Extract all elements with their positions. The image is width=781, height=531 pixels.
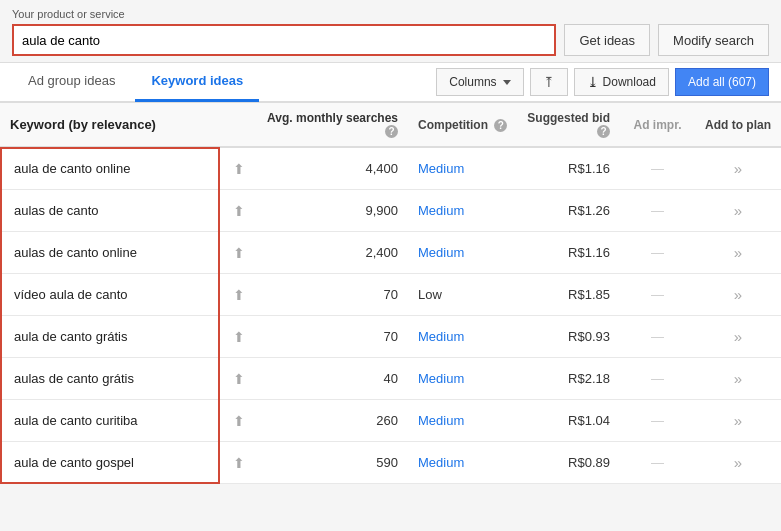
toolbar-right: Columns ⤒ ⤓ Download Add all (607) bbox=[436, 68, 769, 96]
competition-cell: Low bbox=[408, 274, 517, 316]
search-row: Get ideas Modify search bbox=[12, 24, 769, 56]
competition-cell: Medium bbox=[408, 316, 517, 358]
bid-cell: R$1.04 bbox=[517, 400, 620, 442]
competition-help-icon[interactable]: ? bbox=[494, 119, 507, 132]
columns-label: Columns bbox=[449, 75, 496, 89]
trend-cell[interactable]: ⬆ bbox=[220, 442, 257, 484]
add-to-plan-button[interactable]: » bbox=[728, 368, 748, 389]
search-input[interactable] bbox=[12, 24, 556, 56]
keyword-cell: aula de canto curitiba bbox=[0, 400, 220, 442]
keyword-cell: aulas de canto grátis bbox=[0, 358, 220, 400]
adimpr-cell: — bbox=[620, 190, 695, 232]
competition-cell: Medium bbox=[408, 442, 517, 484]
col-header-avg-monthly: Avg. monthly searches ? bbox=[257, 103, 408, 147]
adimpr-cell: — bbox=[620, 274, 695, 316]
chart-icon: ⤒ bbox=[543, 74, 555, 90]
table-body: aula de canto online ⬆ 4,400 Medium R$1.… bbox=[0, 147, 781, 484]
download-button[interactable]: ⤓ Download bbox=[574, 68, 669, 96]
add-to-plan-button[interactable]: » bbox=[728, 284, 748, 305]
trend-cell[interactable]: ⬆ bbox=[220, 274, 257, 316]
competition-cell: Medium bbox=[408, 147, 517, 190]
add-to-plan-cell[interactable]: » bbox=[695, 274, 781, 316]
add-to-plan-button[interactable]: » bbox=[728, 326, 748, 347]
competition-cell: Medium bbox=[408, 190, 517, 232]
keywords-table: Keyword (by relevance) Avg. monthly sear… bbox=[0, 103, 781, 484]
search-vol-cell: 70 bbox=[257, 274, 408, 316]
keyword-cell: vídeo aula de canto bbox=[0, 274, 220, 316]
table-row: vídeo aula de canto ⬆ 70 Low R$1.85 — » bbox=[0, 274, 781, 316]
bid-cell: R$1.16 bbox=[517, 147, 620, 190]
add-to-plan-cell[interactable]: » bbox=[695, 358, 781, 400]
trend-cell[interactable]: ⬆ bbox=[220, 316, 257, 358]
search-vol-cell: 9,900 bbox=[257, 190, 408, 232]
bid-cell: R$0.89 bbox=[517, 442, 620, 484]
keywords-table-container: Keyword (by relevance) Avg. monthly sear… bbox=[0, 102, 781, 484]
competition-cell: Medium bbox=[408, 400, 517, 442]
add-to-plan-cell[interactable]: » bbox=[695, 147, 781, 190]
add-to-plan-button[interactable]: » bbox=[728, 242, 748, 263]
download-icon: ⤓ bbox=[587, 74, 599, 90]
adimpr-cell: — bbox=[620, 400, 695, 442]
add-to-plan-cell[interactable]: » bbox=[695, 316, 781, 358]
table-header-row: Keyword (by relevance) Avg. monthly sear… bbox=[0, 103, 781, 147]
chart-icon-button[interactable]: ⤒ bbox=[530, 68, 568, 96]
keyword-cell: aulas de canto bbox=[0, 190, 220, 232]
bid-cell: R$1.26 bbox=[517, 190, 620, 232]
columns-button[interactable]: Columns bbox=[436, 68, 523, 96]
col-header-ad-impr: Ad impr. bbox=[620, 103, 695, 147]
table-wrap: Keyword (by relevance) Avg. monthly sear… bbox=[0, 102, 781, 484]
keyword-cell: aula de canto gospel bbox=[0, 442, 220, 484]
col-header-suggested-bid: Suggested bid ? bbox=[517, 103, 620, 147]
table-row: aula de canto online ⬆ 4,400 Medium R$1.… bbox=[0, 147, 781, 190]
add-to-plan-cell[interactable]: » bbox=[695, 190, 781, 232]
search-vol-cell: 260 bbox=[257, 400, 408, 442]
modify-search-button[interactable]: Modify search bbox=[658, 24, 769, 56]
tab-ad-group[interactable]: Ad group ideas bbox=[12, 62, 131, 102]
competition-cell: Medium bbox=[408, 232, 517, 274]
table-row: aula de canto grátis ⬆ 70 Medium R$0.93 … bbox=[0, 316, 781, 358]
search-section: Your product or service Get ideas Modify… bbox=[0, 0, 781, 62]
trend-cell[interactable]: ⬆ bbox=[220, 232, 257, 274]
add-to-plan-button[interactable]: » bbox=[728, 452, 748, 473]
add-to-plan-cell[interactable]: » bbox=[695, 232, 781, 274]
table-row: aula de canto curitiba ⬆ 260 Medium R$1.… bbox=[0, 400, 781, 442]
tab-keyword[interactable]: Keyword ideas bbox=[135, 62, 259, 102]
adimpr-cell: — bbox=[620, 147, 695, 190]
adimpr-cell: — bbox=[620, 316, 695, 358]
col-header-trend bbox=[220, 103, 257, 147]
table-row: aulas de canto online ⬆ 2,400 Medium R$1… bbox=[0, 232, 781, 274]
competition-cell: Medium bbox=[408, 358, 517, 400]
add-to-plan-cell[interactable]: » bbox=[695, 400, 781, 442]
add-to-plan-button[interactable]: » bbox=[728, 158, 748, 179]
search-vol-cell: 4,400 bbox=[257, 147, 408, 190]
search-vol-cell: 40 bbox=[257, 358, 408, 400]
trend-cell[interactable]: ⬆ bbox=[220, 190, 257, 232]
chevron-down-icon bbox=[503, 80, 511, 85]
adimpr-cell: — bbox=[620, 442, 695, 484]
keyword-cell: aula de canto grátis bbox=[0, 316, 220, 358]
keyword-cell: aula de canto online bbox=[0, 147, 220, 190]
trend-cell[interactable]: ⬆ bbox=[220, 147, 257, 190]
avg-monthly-help-icon[interactable]: ? bbox=[385, 125, 398, 138]
download-label: Download bbox=[603, 75, 656, 89]
add-to-plan-cell[interactable]: » bbox=[695, 442, 781, 484]
trend-cell[interactable]: ⬆ bbox=[220, 358, 257, 400]
search-vol-cell: 70 bbox=[257, 316, 408, 358]
table-row: aulas de canto ⬆ 9,900 Medium R$1.26 — » bbox=[0, 190, 781, 232]
table-row: aula de canto gospel ⬆ 590 Medium R$0.89… bbox=[0, 442, 781, 484]
get-ideas-button[interactable]: Get ideas bbox=[564, 24, 650, 56]
adimpr-cell: — bbox=[620, 232, 695, 274]
bid-cell: R$2.18 bbox=[517, 358, 620, 400]
keyword-cell: aulas de canto online bbox=[0, 232, 220, 274]
adimpr-cell: — bbox=[620, 358, 695, 400]
search-vol-cell: 590 bbox=[257, 442, 408, 484]
tabs-toolbar: Ad group ideas Keyword ideas Columns ⤒ ⤓… bbox=[0, 62, 781, 102]
trend-cell[interactable]: ⬆ bbox=[220, 400, 257, 442]
table-row: aulas de canto grátis ⬆ 40 Medium R$2.18… bbox=[0, 358, 781, 400]
bid-cell: R$1.16 bbox=[517, 232, 620, 274]
add-to-plan-button[interactable]: » bbox=[728, 410, 748, 431]
search-vol-cell: 2,400 bbox=[257, 232, 408, 274]
add-all-button[interactable]: Add all (607) bbox=[675, 68, 769, 96]
suggested-bid-help-icon[interactable]: ? bbox=[597, 125, 610, 138]
add-to-plan-button[interactable]: » bbox=[728, 200, 748, 221]
